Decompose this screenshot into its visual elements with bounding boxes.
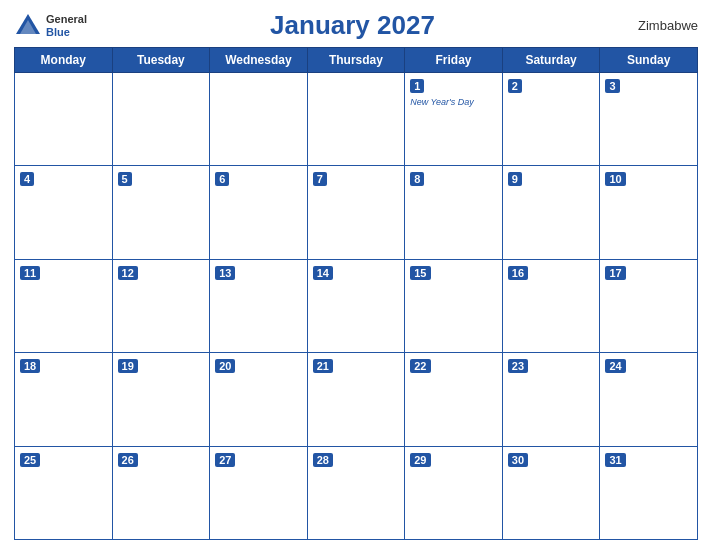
calendar-cell: 31 [600, 446, 698, 539]
calendar-title: January 2027 [87, 10, 618, 41]
day-number: 31 [605, 453, 625, 467]
calendar-header: MondayTuesdayWednesdayThursdayFridaySatu… [15, 48, 698, 73]
day-of-week-wednesday: Wednesday [210, 48, 308, 73]
day-of-week-thursday: Thursday [307, 48, 405, 73]
day-number: 19 [118, 359, 138, 373]
calendar-cell: 3 [600, 73, 698, 166]
logo-text: General Blue [46, 13, 87, 37]
day-number: 6 [215, 172, 229, 186]
calendar-cell: 14 [307, 259, 405, 352]
day-number: 11 [20, 266, 40, 280]
calendar-cell: 12 [112, 259, 210, 352]
calendar-cell: 6 [210, 166, 308, 259]
logo-blue-text: Blue [46, 26, 87, 38]
calendar-cell: 17 [600, 259, 698, 352]
calendar-cell: 13 [210, 259, 308, 352]
days-of-week-row: MondayTuesdayWednesdayThursdayFridaySatu… [15, 48, 698, 73]
calendar-cell: 0 [112, 73, 210, 166]
day-number: 13 [215, 266, 235, 280]
calendar-cell: 19 [112, 353, 210, 446]
day-number: 29 [410, 453, 430, 467]
calendar-cell: 26 [112, 446, 210, 539]
day-number: 18 [20, 359, 40, 373]
day-number: 30 [508, 453, 528, 467]
calendar-cell: 22 [405, 353, 503, 446]
logo: General Blue [14, 12, 87, 40]
day-number: 27 [215, 453, 235, 467]
logo-icon [14, 12, 42, 40]
calendar-cell: 0 [15, 73, 113, 166]
day-number: 9 [508, 172, 522, 186]
day-number: 3 [605, 79, 619, 93]
calendar-cell: 11 [15, 259, 113, 352]
day-number: 14 [313, 266, 333, 280]
day-of-week-monday: Monday [15, 48, 113, 73]
calendar-cell: 30 [502, 446, 600, 539]
day-number: 12 [118, 266, 138, 280]
day-number: 20 [215, 359, 235, 373]
day-number: 17 [605, 266, 625, 280]
day-number: 15 [410, 266, 430, 280]
day-number: 1 [410, 79, 424, 93]
calendar-cell: 25 [15, 446, 113, 539]
country-label: Zimbabwe [618, 18, 698, 33]
calendar-cell: 16 [502, 259, 600, 352]
calendar-cell: 28 [307, 446, 405, 539]
day-number: 5 [118, 172, 132, 186]
calendar-week-1: 00001New Year's Day23 [15, 73, 698, 166]
holiday-label: New Year's Day [410, 97, 497, 109]
day-number: 4 [20, 172, 34, 186]
day-number: 23 [508, 359, 528, 373]
calendar-cell: 7 [307, 166, 405, 259]
day-number: 2 [508, 79, 522, 93]
calendar-cell: 23 [502, 353, 600, 446]
calendar-cell: 0 [307, 73, 405, 166]
calendar-cell: 21 [307, 353, 405, 446]
day-of-week-saturday: Saturday [502, 48, 600, 73]
calendar-cell: 27 [210, 446, 308, 539]
calendar-cell: 0 [210, 73, 308, 166]
calendar-cell: 4 [15, 166, 113, 259]
calendar-cell: 8 [405, 166, 503, 259]
logo-general-text: General [46, 13, 87, 25]
calendar-week-5: 25262728293031 [15, 446, 698, 539]
day-number: 26 [118, 453, 138, 467]
calendar-table: MondayTuesdayWednesdayThursdayFridaySatu… [14, 47, 698, 540]
calendar-body: 00001New Year's Day234567891011121314151… [15, 73, 698, 540]
calendar-cell: 15 [405, 259, 503, 352]
calendar-cell: 18 [15, 353, 113, 446]
day-of-week-sunday: Sunday [600, 48, 698, 73]
calendar-cell: 2 [502, 73, 600, 166]
day-number: 7 [313, 172, 327, 186]
page-header: General Blue January 2027 Zimbabwe [14, 10, 698, 41]
day-number: 28 [313, 453, 333, 467]
calendar-week-4: 18192021222324 [15, 353, 698, 446]
day-number: 25 [20, 453, 40, 467]
day-number: 22 [410, 359, 430, 373]
day-of-week-friday: Friday [405, 48, 503, 73]
calendar-cell: 29 [405, 446, 503, 539]
day-number: 16 [508, 266, 528, 280]
day-number: 8 [410, 172, 424, 186]
calendar-week-2: 45678910 [15, 166, 698, 259]
calendar-cell: 10 [600, 166, 698, 259]
day-number: 10 [605, 172, 625, 186]
day-number: 24 [605, 359, 625, 373]
calendar-cell: 1New Year's Day [405, 73, 503, 166]
day-number: 21 [313, 359, 333, 373]
day-of-week-tuesday: Tuesday [112, 48, 210, 73]
calendar-cell: 24 [600, 353, 698, 446]
calendar-cell: 20 [210, 353, 308, 446]
calendar-cell: 5 [112, 166, 210, 259]
calendar-cell: 9 [502, 166, 600, 259]
calendar-week-3: 11121314151617 [15, 259, 698, 352]
